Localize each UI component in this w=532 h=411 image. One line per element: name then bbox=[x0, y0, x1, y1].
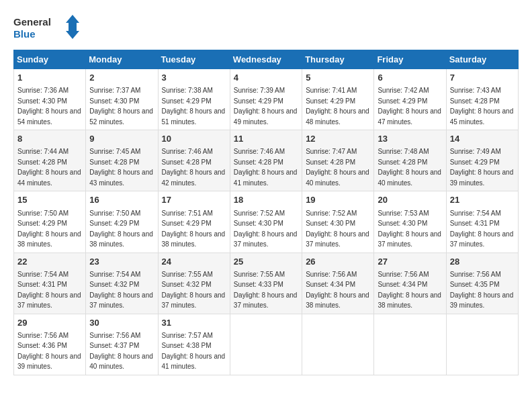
weekday-header-cell: Saturday bbox=[446, 50, 518, 69]
calendar-day-cell: 28Sunrise: 7:56 AMSunset: 4:35 PMDayligh… bbox=[446, 253, 518, 314]
day-info: Sunrise: 7:46 AMSunset: 4:28 PMDaylight:… bbox=[234, 148, 298, 187]
calendar-day-cell bbox=[446, 314, 518, 375]
calendar-day-cell: 4Sunrise: 7:39 AMSunset: 4:29 PMDaylight… bbox=[230, 69, 302, 130]
day-info: Sunrise: 7:50 AMSunset: 4:29 PMDaylight:… bbox=[17, 210, 81, 248]
calendar-day-cell: 12Sunrise: 7:47 AMSunset: 4:28 PMDayligh… bbox=[302, 130, 374, 191]
day-info: Sunrise: 7:39 AMSunset: 4:29 PMDaylight:… bbox=[234, 87, 298, 126]
day-number: 26 bbox=[306, 256, 370, 268]
calendar-day-cell bbox=[230, 314, 302, 375]
calendar-body: 1Sunrise: 7:36 AMSunset: 4:30 PMDaylight… bbox=[14, 69, 519, 375]
day-number: 3 bbox=[162, 72, 226, 84]
day-info: Sunrise: 7:47 AMSunset: 4:28 PMDaylight:… bbox=[306, 148, 369, 187]
day-number: 7 bbox=[450, 72, 515, 84]
calendar-day-cell: 20Sunrise: 7:53 AMSunset: 4:30 PMDayligh… bbox=[374, 191, 446, 253]
day-number: 9 bbox=[89, 133, 154, 145]
day-info: Sunrise: 7:48 AMSunset: 4:28 PMDaylight:… bbox=[378, 148, 441, 187]
calendar-day-cell: 6Sunrise: 7:42 AMSunset: 4:29 PMDaylight… bbox=[374, 69, 446, 130]
weekday-header-cell: Monday bbox=[86, 50, 158, 69]
calendar-week-row: 1Sunrise: 7:36 AMSunset: 4:30 PMDaylight… bbox=[14, 69, 519, 130]
calendar-day-cell: 19Sunrise: 7:52 AMSunset: 4:30 PMDayligh… bbox=[302, 191, 374, 253]
day-number: 6 bbox=[378, 72, 442, 84]
calendar-week-row: 22Sunrise: 7:54 AMSunset: 4:31 PMDayligh… bbox=[14, 253, 519, 314]
day-number: 31 bbox=[162, 317, 226, 329]
day-info: Sunrise: 7:57 AMSunset: 4:38 PMDaylight:… bbox=[162, 332, 226, 371]
day-number: 8 bbox=[17, 133, 82, 145]
day-info: Sunrise: 7:53 AMSunset: 4:30 PMDaylight:… bbox=[378, 210, 441, 248]
day-number: 20 bbox=[378, 194, 442, 206]
day-number: 23 bbox=[89, 256, 154, 268]
day-number: 10 bbox=[162, 133, 226, 145]
calendar-day-cell: 3Sunrise: 7:38 AMSunset: 4:29 PMDaylight… bbox=[158, 69, 230, 130]
day-info: Sunrise: 7:56 AMSunset: 4:34 PMDaylight:… bbox=[306, 271, 369, 310]
day-info: Sunrise: 7:55 AMSunset: 4:32 PMDaylight:… bbox=[162, 271, 226, 310]
day-number: 18 bbox=[234, 194, 298, 206]
calendar-day-cell: 14Sunrise: 7:49 AMSunset: 4:29 PMDayligh… bbox=[446, 130, 518, 191]
day-number: 13 bbox=[378, 133, 442, 145]
calendar-day-cell: 26Sunrise: 7:56 AMSunset: 4:34 PMDayligh… bbox=[302, 253, 374, 314]
day-number: 14 bbox=[450, 133, 515, 145]
weekday-header-cell: Tuesday bbox=[158, 50, 230, 69]
day-info: Sunrise: 7:56 AMSunset: 4:35 PMDaylight:… bbox=[450, 271, 514, 310]
day-info: Sunrise: 7:38 AMSunset: 4:29 PMDaylight:… bbox=[162, 87, 226, 126]
day-number: 30 bbox=[89, 317, 154, 329]
day-info: Sunrise: 7:46 AMSunset: 4:28 PMDaylight:… bbox=[162, 148, 226, 187]
day-number: 12 bbox=[306, 133, 370, 145]
day-number: 22 bbox=[17, 256, 82, 268]
logo-svg: General Blue bbox=[13, 13, 81, 43]
calendar-day-cell: 30Sunrise: 7:56 AMSunset: 4:37 PMDayligh… bbox=[86, 314, 158, 375]
calendar-day-cell bbox=[374, 314, 446, 375]
day-number: 19 bbox=[306, 194, 370, 206]
calendar-day-cell: 11Sunrise: 7:46 AMSunset: 4:28 PMDayligh… bbox=[230, 130, 302, 191]
day-number: 4 bbox=[234, 72, 298, 84]
weekday-header-cell: Friday bbox=[374, 50, 446, 69]
day-info: Sunrise: 7:43 AMSunset: 4:28 PMDaylight:… bbox=[450, 87, 514, 126]
calendar-day-cell: 18Sunrise: 7:52 AMSunset: 4:30 PMDayligh… bbox=[230, 191, 302, 253]
calendar-day-cell: 7Sunrise: 7:43 AMSunset: 4:28 PMDaylight… bbox=[446, 69, 518, 130]
calendar-day-cell: 29Sunrise: 7:56 AMSunset: 4:36 PMDayligh… bbox=[14, 314, 86, 375]
svg-marker-2 bbox=[66, 15, 79, 39]
calendar-day-cell: 16Sunrise: 7:50 AMSunset: 4:29 PMDayligh… bbox=[86, 191, 158, 253]
weekday-header-cell: Thursday bbox=[302, 50, 374, 69]
day-number: 16 bbox=[89, 194, 154, 206]
day-info: Sunrise: 7:42 AMSunset: 4:29 PMDaylight:… bbox=[378, 87, 441, 126]
calendar-day-cell bbox=[302, 314, 374, 375]
day-number: 29 bbox=[17, 317, 82, 329]
calendar-day-cell: 15Sunrise: 7:50 AMSunset: 4:29 PMDayligh… bbox=[14, 191, 86, 253]
day-info: Sunrise: 7:56 AMSunset: 4:34 PMDaylight:… bbox=[378, 271, 441, 310]
svg-text:Blue: Blue bbox=[13, 28, 36, 40]
calendar-week-row: 29Sunrise: 7:56 AMSunset: 4:36 PMDayligh… bbox=[14, 314, 519, 375]
svg-text:General: General bbox=[13, 16, 51, 28]
day-info: Sunrise: 7:56 AMSunset: 4:37 PMDaylight:… bbox=[89, 332, 153, 371]
calendar-day-cell: 9Sunrise: 7:45 AMSunset: 4:28 PMDaylight… bbox=[86, 130, 158, 191]
day-number: 21 bbox=[450, 194, 515, 206]
day-info: Sunrise: 7:36 AMSunset: 4:30 PMDaylight:… bbox=[17, 87, 81, 126]
day-info: Sunrise: 7:45 AMSunset: 4:28 PMDaylight:… bbox=[89, 148, 153, 187]
calendar-table: SundayMondayTuesdayWednesdayThursdayFrid… bbox=[13, 50, 519, 375]
weekday-header-cell: Sunday bbox=[14, 50, 86, 69]
day-info: Sunrise: 7:49 AMSunset: 4:29 PMDaylight:… bbox=[450, 148, 514, 187]
weekday-header-cell: Wednesday bbox=[230, 50, 302, 69]
day-info: Sunrise: 7:55 AMSunset: 4:33 PMDaylight:… bbox=[234, 271, 298, 310]
day-number: 27 bbox=[378, 256, 442, 268]
day-number: 5 bbox=[306, 72, 370, 84]
day-number: 1 bbox=[17, 72, 82, 84]
calendar-day-cell: 1Sunrise: 7:36 AMSunset: 4:30 PMDaylight… bbox=[14, 69, 86, 130]
day-info: Sunrise: 7:37 AMSunset: 4:30 PMDaylight:… bbox=[89, 87, 153, 126]
calendar-week-row: 15Sunrise: 7:50 AMSunset: 4:29 PMDayligh… bbox=[14, 191, 519, 253]
calendar-day-cell: 25Sunrise: 7:55 AMSunset: 4:33 PMDayligh… bbox=[230, 253, 302, 314]
day-info: Sunrise: 7:50 AMSunset: 4:29 PMDaylight:… bbox=[89, 210, 153, 248]
day-number: 24 bbox=[162, 256, 226, 268]
calendar-day-cell: 2Sunrise: 7:37 AMSunset: 4:30 PMDaylight… bbox=[86, 69, 158, 130]
day-number: 28 bbox=[450, 256, 515, 268]
calendar-day-cell: 24Sunrise: 7:55 AMSunset: 4:32 PMDayligh… bbox=[158, 253, 230, 314]
day-info: Sunrise: 7:54 AMSunset: 4:32 PMDaylight:… bbox=[89, 271, 153, 310]
day-info: Sunrise: 7:52 AMSunset: 4:30 PMDaylight:… bbox=[306, 210, 369, 248]
day-number: 11 bbox=[234, 133, 298, 145]
calendar-day-cell: 27Sunrise: 7:56 AMSunset: 4:34 PMDayligh… bbox=[374, 253, 446, 314]
day-number: 25 bbox=[234, 256, 298, 268]
day-info: Sunrise: 7:56 AMSunset: 4:36 PMDaylight:… bbox=[17, 332, 81, 371]
day-info: Sunrise: 7:54 AMSunset: 4:31 PMDaylight:… bbox=[17, 271, 81, 310]
day-number: 2 bbox=[89, 72, 154, 84]
calendar-day-cell: 10Sunrise: 7:46 AMSunset: 4:28 PMDayligh… bbox=[158, 130, 230, 191]
calendar-day-cell: 31Sunrise: 7:57 AMSunset: 4:38 PMDayligh… bbox=[158, 314, 230, 375]
